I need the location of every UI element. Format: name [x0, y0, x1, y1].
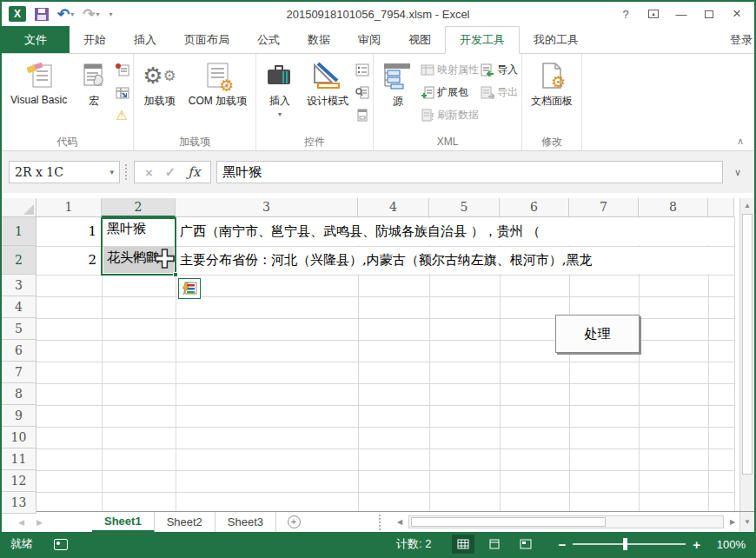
record-macro-button[interactable] — [116, 61, 129, 78]
column-header-6[interactable]: 6 — [500, 198, 569, 217]
zoom-in-icon[interactable]: + — [693, 537, 700, 552]
cell-r1c3[interactable]: 广西（南宁市、邕宁县、武鸣县、防城各族自治县 ），贵州 （ — [176, 218, 734, 245]
new-sheet-button[interactable]: + — [276, 512, 311, 532]
row-header-4[interactable]: 4 — [2, 296, 36, 318]
process-form-button[interactable]: 处理 — [555, 315, 640, 353]
column-header-5[interactable]: 5 — [429, 198, 500, 217]
maximize-button[interactable] — [697, 4, 721, 23]
view-code-button[interactable] — [355, 83, 369, 101]
row-header-8[interactable]: 8 — [2, 383, 36, 405]
zoom-out-icon[interactable]: − — [558, 537, 566, 552]
row-header-9[interactable]: 9 — [2, 405, 36, 427]
design-mode-button[interactable]: 设计模式 — [302, 56, 354, 129]
view-page-layout-button[interactable] — [483, 535, 506, 554]
cancel-icon[interactable]: × — [145, 165, 153, 180]
view-page-break-button[interactable] — [514, 535, 537, 554]
undo-button[interactable]: ↶▾ — [56, 4, 76, 23]
row-header-13[interactable]: 13 — [2, 492, 36, 514]
macros-button[interactable]: 宏 — [74, 56, 114, 129]
row-header-3[interactable]: 3 — [2, 275, 36, 296]
addins-button[interactable]: ⚙⚙ 加载项 — [137, 56, 182, 129]
properties-button[interactable] — [355, 61, 369, 78]
tab-my-tools[interactable]: 我的工具 — [520, 26, 593, 53]
tab-insert[interactable]: 插入 — [120, 26, 170, 53]
row-header-12[interactable]: 12 — [2, 470, 36, 492]
relative-references-button[interactable] — [116, 83, 129, 101]
cell-r2c3[interactable]: 主要分布省份：河北（兴隆县）,内蒙古（额尔古纳左旗、根河市）,黑龙 — [176, 247, 734, 274]
tab-home[interactable]: 开始 — [70, 26, 120, 53]
close-button[interactable]: × — [725, 4, 749, 23]
horizontal-scroll-thumb[interactable] — [411, 517, 606, 527]
sheet-nav-right-icon[interactable]: ▶ — [36, 518, 43, 527]
column-header-2[interactable]: 2 — [102, 198, 176, 217]
excel-app-icon[interactable]: X — [7, 4, 28, 23]
column-header-1[interactable]: 1 — [36, 198, 102, 217]
scroll-right-icon[interactable]: ▶ — [726, 518, 739, 526]
visual-basic-button[interactable]: Visual Basic — [5, 56, 72, 129]
horizontal-scroll-track[interactable] — [408, 515, 724, 528]
tab-file[interactable]: 文件 — [2, 26, 70, 53]
import-button[interactable]: 导入 — [481, 61, 518, 78]
vertical-scrollbar[interactable]: ▲ — [739, 198, 754, 511]
tab-developer[interactable]: 开发工具 — [445, 26, 520, 54]
row-header-2[interactable]: 2 — [2, 246, 36, 275]
zoom-level[interactable]: 100% — [709, 538, 746, 551]
sheet-tab-sheet3[interactable]: Sheet3 — [216, 512, 276, 532]
column-header-partial[interactable] — [708, 198, 734, 217]
tab-formulas[interactable]: 公式 — [243, 26, 294, 53]
com-addins-button[interactable]: ⚙ COM 加载项 — [183, 56, 252, 129]
row-header-7[interactable]: 7 — [2, 362, 36, 383]
zoom-slider-handle[interactable] — [623, 538, 627, 550]
collapse-ribbon-button[interactable]: ∧ — [737, 136, 744, 147]
sign-in-link[interactable]: 登录 — [730, 26, 754, 53]
horizontal-scrollbar[interactable]: ◀ ▶ — [393, 512, 739, 532]
cell-r2c1[interactable]: 2 — [36, 246, 101, 274]
minimize-button[interactable]: — — [669, 4, 693, 23]
enter-icon[interactable]: ✓ — [165, 164, 176, 180]
macro-record-icon[interactable] — [54, 539, 68, 550]
document-panel-button[interactable]: ⚙ 文档面板 — [526, 56, 578, 129]
row-header-10[interactable]: 10 — [2, 427, 36, 448]
row-header-6[interactable]: 6 — [2, 340, 36, 362]
vertical-scroll-thumb[interactable] — [742, 214, 753, 475]
run-dialog-button[interactable] — [355, 106, 369, 123]
help-button[interactable]: ? — [613, 4, 638, 23]
column-header-4[interactable]: 4 — [358, 198, 429, 217]
row-header-1[interactable]: 1 — [2, 217, 36, 246]
macro-security-button[interactable]: ⚠ — [116, 106, 129, 123]
sheet-tab-sheet1[interactable]: Sheet1 — [92, 512, 155, 532]
scroll-left-icon[interactable]: ◀ — [393, 518, 407, 526]
cell-r1c1[interactable]: 1 — [36, 217, 101, 245]
column-header-3[interactable]: 3 — [176, 198, 358, 217]
formula-bar-expand-icon[interactable]: ∨ — [728, 161, 747, 183]
name-box[interactable]: 2R x 1C ▾ — [9, 161, 120, 183]
ribbon-display-options-button[interactable]: ▴ — [641, 4, 666, 23]
save-button[interactable] — [33, 4, 50, 23]
column-header-7[interactable]: 7 — [569, 198, 639, 217]
formula-input[interactable] — [216, 161, 723, 183]
quick-analysis-button[interactable] — [178, 278, 201, 299]
grid-body[interactable]: 1 2 广西（南宁市、邕宁县、武鸣县、防城各族自治县 ），贵州 （ 主要分布省份… — [36, 217, 754, 511]
view-normal-button[interactable] — [452, 535, 474, 554]
tab-view[interactable]: 视图 — [395, 26, 445, 53]
xml-source-button[interactable]: 源 — [377, 56, 419, 129]
fill-handle[interactable] — [173, 272, 178, 277]
tab-scroll-divider[interactable] — [379, 512, 382, 532]
scroll-up-icon[interactable]: ▲ — [740, 198, 754, 213]
sheet-nav-left-icon[interactable]: ◀ — [18, 518, 24, 527]
qat-customize-button[interactable]: ▾ — [107, 4, 115, 23]
select-all-corner[interactable] — [2, 198, 36, 217]
export-button[interactable]: 导出 — [481, 83, 518, 101]
refresh-data-button[interactable]: ! 刷新数据 — [421, 106, 479, 123]
redo-button[interactable]: ↷▾ — [81, 4, 101, 23]
row-header-5[interactable]: 5 — [2, 318, 36, 340]
zoom-slider[interactable] — [573, 543, 686, 545]
column-header-8[interactable]: 8 — [639, 198, 708, 217]
insert-function-icon[interactable]: ƒx — [188, 164, 200, 180]
tab-review[interactable]: 审阅 — [344, 26, 395, 53]
scroll-down-icon[interactable]: ▼ — [739, 512, 754, 532]
expansion-packs-button[interactable]: 扩展包 — [421, 83, 479, 101]
row-header-11[interactable]: 11 — [2, 448, 36, 470]
sheet-tab-sheet2[interactable]: Sheet2 — [155, 512, 216, 532]
map-properties-button[interactable]: 映射属性 — [421, 61, 479, 78]
